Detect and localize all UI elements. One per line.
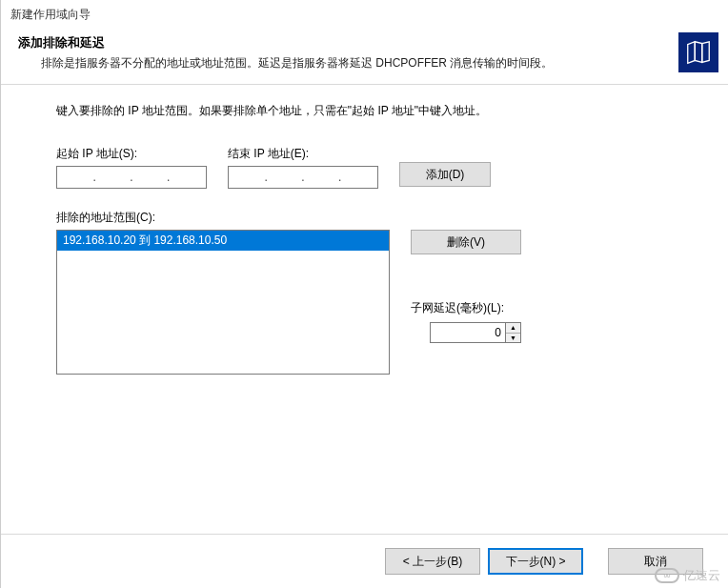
wizard-header: 添加排除和延迟 排除是指服务器不分配的地址或地址范围。延迟是指服务器将延迟 DH… [1,27,728,84]
back-button[interactable]: < 上一步(B) [385,548,480,575]
start-ip-oct-4[interactable] [173,170,200,185]
list-item[interactable]: 192.168.10.20 到 192.168.10.50 [57,231,389,251]
start-ip-label: 起始 IP 地址(S): [56,146,207,162]
start-ip-oct-2[interactable] [100,170,127,185]
start-ip-oct-3[interactable] [136,170,163,185]
instruction-text: 键入要排除的 IP 地址范围。如果要排除单个地址，只需在"起始 IP 地址"中键… [56,102,699,120]
header-title: 添加排除和延迟 [18,34,711,51]
excluded-range-listbox[interactable]: 192.168.10.20 到 192.168.10.50 [56,230,390,375]
start-ip-input[interactable]: . . . [56,166,207,189]
end-ip-oct-1[interactable] [234,170,261,185]
end-ip-oct-2[interactable] [272,170,298,185]
spin-down-button[interactable]: ▼ [506,334,520,343]
excluded-range-label: 排除的地址范围(C): [56,210,699,226]
wizard-content: 键入要排除的 IP 地址范围。如果要排除单个地址，只需在"起始 IP 地址"中键… [1,85,728,385]
start-ip-oct-1[interactable] [63,170,90,185]
subnet-delay-input[interactable] [430,322,506,343]
spin-up-button[interactable]: ▲ [506,323,520,334]
end-ip-input[interactable]: . . . [228,166,378,189]
end-ip-label: 结束 IP 地址(E): [228,146,378,162]
next-button[interactable]: 下一步(N) > [488,548,583,575]
cancel-button[interactable]: 取消 [608,548,703,575]
subnet-delay-label: 子网延迟(毫秒)(L): [411,300,521,316]
end-ip-oct-3[interactable] [308,170,334,185]
header-description: 排除是指服务器不分配的地址或地址范围。延迟是指服务器将延迟 DHCPOFFER … [41,54,644,72]
books-icon [678,32,718,72]
delay-spinner[interactable]: ▲ ▼ [506,322,521,343]
window-title: 新建作用域向导 [1,0,728,27]
add-button[interactable]: 添加(D) [399,162,491,187]
remove-button[interactable]: 删除(V) [411,230,521,254]
wizard-footer: < 上一步(B) 下一步(N) > 取消 [1,534,728,588]
end-ip-oct-4[interactable] [345,170,372,185]
